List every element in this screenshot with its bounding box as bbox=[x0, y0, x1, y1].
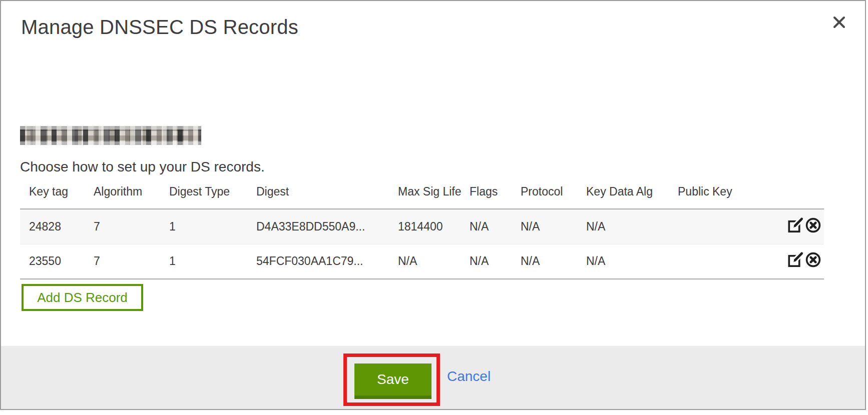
cell-key-data-alg: N/A bbox=[586, 244, 678, 279]
cell-digest: 54FCF030AA1C79... bbox=[256, 244, 398, 279]
cell-algorithm: 7 bbox=[94, 244, 169, 279]
cell-max-sig-life: 1814400 bbox=[398, 209, 470, 244]
column-header: Digest Type bbox=[169, 181, 256, 209]
manage-dnssec-dialog: Manage DNSSEC DS Records Choose how to s… bbox=[0, 0, 866, 410]
close-x-glyph bbox=[832, 16, 846, 29]
cell-digest-type: 1 bbox=[169, 209, 256, 244]
column-header: Flags bbox=[470, 181, 521, 209]
table-row: 2482871D4A33E8DD550A9...1814400N/AN/AN/A bbox=[20, 209, 824, 244]
row-actions bbox=[778, 209, 824, 244]
edit-record-icon[interactable] bbox=[787, 216, 804, 237]
cell-digest: D4A33E8DD550A9... bbox=[256, 209, 398, 244]
cancel-link[interactable]: Cancel bbox=[447, 368, 491, 384]
cell-flags: N/A bbox=[470, 244, 521, 279]
column-header: Digest bbox=[256, 181, 398, 209]
cell-public-key bbox=[678, 209, 778, 244]
column-header: Protocol bbox=[521, 181, 586, 209]
cell-key-tag: 24828 bbox=[20, 209, 94, 244]
table-header: Key tagAlgorithmDigest TypeDigestMax Sig… bbox=[20, 181, 824, 209]
cell-algorithm: 7 bbox=[94, 209, 169, 244]
domain-name-redacted bbox=[20, 126, 201, 145]
instruction-text: Choose how to set up your DS records. bbox=[20, 159, 265, 175]
close-icon[interactable] bbox=[830, 13, 848, 31]
row-actions bbox=[778, 244, 824, 279]
cell-protocol: N/A bbox=[521, 209, 586, 244]
column-header: Max Sig Life bbox=[398, 181, 470, 209]
cell-key-data-alg: N/A bbox=[586, 209, 678, 244]
column-header: Public Key bbox=[678, 181, 778, 209]
table-row: 235507154FCF030AA1C79...N/AN/AN/AN/A bbox=[20, 244, 824, 279]
ds-records-table: Key tagAlgorithmDigest TypeDigestMax Sig… bbox=[20, 181, 824, 280]
cell-digest-type: 1 bbox=[169, 244, 256, 279]
cell-flags: N/A bbox=[470, 209, 521, 244]
page-title: Manage DNSSEC DS Records bbox=[21, 16, 298, 38]
cell-key-tag: 23550 bbox=[20, 244, 94, 279]
delete-record-icon[interactable] bbox=[804, 216, 822, 237]
dialog-footer: Save Cancel bbox=[1, 346, 865, 409]
edit-record-icon[interactable] bbox=[787, 251, 804, 272]
column-header: Key Data Alg bbox=[586, 181, 678, 209]
save-button[interactable]: Save bbox=[354, 364, 431, 399]
cell-protocol: N/A bbox=[521, 244, 586, 279]
add-ds-record-button[interactable]: Add DS Record bbox=[22, 284, 143, 311]
delete-record-icon[interactable] bbox=[804, 251, 822, 272]
column-header: Key tag bbox=[20, 181, 94, 209]
column-header bbox=[778, 181, 824, 209]
cell-public-key bbox=[678, 244, 778, 279]
column-header: Algorithm bbox=[94, 181, 169, 209]
cell-max-sig-life: N/A bbox=[398, 244, 470, 279]
